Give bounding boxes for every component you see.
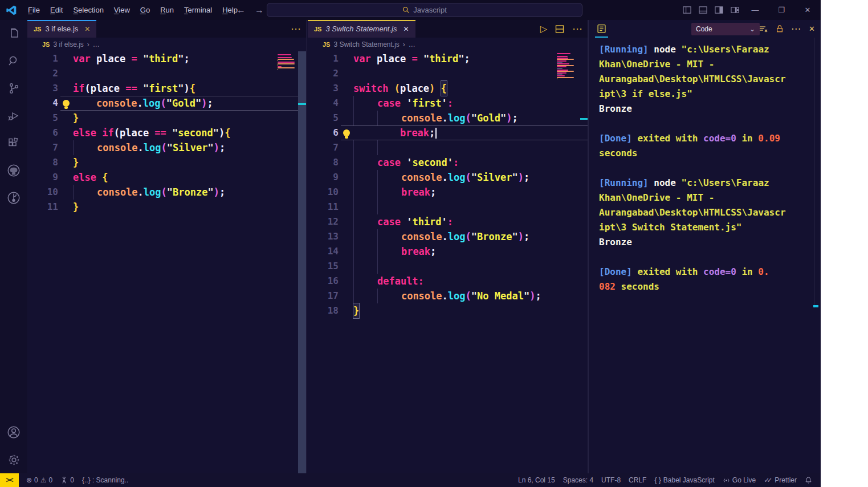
line-content[interactable]: } — [60, 111, 306, 125]
line-content[interactable]: else if(place == "second"){ — [60, 125, 306, 140]
menu-file[interactable]: File — [23, 0, 45, 20]
line-content[interactable]: case 'second': — [341, 155, 588, 170]
menu-terminal[interactable]: Terminal — [179, 0, 217, 20]
run-debug-icon[interactable] — [0, 102, 27, 129]
remote-indicator[interactable]: >< — [0, 473, 19, 487]
breadcrumb-symbol[interactable]: … — [409, 40, 415, 48]
panel-scrollbar[interactable] — [814, 38, 814, 308]
toggle-panel-icon[interactable] — [699, 6, 707, 14]
code-line[interactable]: 1var place = "third"; — [308, 51, 588, 66]
close-button[interactable]: ✕ — [794, 0, 821, 20]
eol-sequence[interactable]: CRLF — [625, 473, 650, 487]
explorer-icon[interactable] — [0, 20, 27, 47]
minimize-button[interactable]: — — [742, 0, 768, 20]
code-line[interactable]: 3switch (place) { — [308, 81, 588, 96]
breadcrumb-right[interactable]: JS 3 Switch Statement.js › … — [308, 38, 588, 51]
line-content[interactable]: console.log("No Medal"); — [341, 289, 588, 303]
output-tab[interactable] — [597, 20, 606, 38]
code-line[interactable]: 8 case 'second': — [308, 155, 588, 170]
line-content[interactable] — [341, 140, 588, 155]
code-line[interactable]: 9else { — [27, 170, 306, 185]
code-line[interactable]: 5} — [27, 111, 306, 125]
line-content[interactable] — [341, 66, 588, 81]
line-content[interactable]: console.log("Bronze"); — [341, 229, 588, 244]
scrollbar-left-editor[interactable] — [298, 51, 306, 473]
menu-go[interactable]: Go — [135, 0, 155, 20]
line-content[interactable]: break; — [341, 185, 588, 200]
code-line[interactable]: 1var place = "third"; — [27, 51, 306, 66]
tab-close-icon[interactable]: ✕ — [84, 25, 90, 33]
source-control-icon[interactable] — [0, 75, 27, 102]
code-line[interactable]: 2 — [308, 66, 588, 81]
line-content[interactable]: console.log("Silver"); — [60, 140, 306, 155]
git-graph-icon[interactable] — [0, 184, 27, 212]
scanning-status[interactable]: {..} : Scanning.. — [78, 473, 132, 487]
breadcrumb-symbol[interactable]: … — [93, 40, 100, 48]
toggle-sidebar-icon[interactable] — [683, 6, 691, 14]
tab-close-icon[interactable]: ✕ — [403, 25, 409, 33]
code-line[interactable]: 6else if(place == "second"){ — [27, 125, 306, 140]
line-content[interactable]: else { — [60, 170, 306, 185]
line-content[interactable]: default: — [341, 274, 588, 289]
customize-layout-icon[interactable] — [731, 6, 739, 14]
line-content[interactable]: case 'first': — [341, 96, 588, 111]
more-actions-icon[interactable]: ⋯ — [791, 23, 801, 35]
split-editor-icon[interactable] — [555, 25, 564, 34]
code-line[interactable]: 13 console.log("Bronze"); — [308, 229, 588, 244]
code-editor-left[interactable]: 1var place = "third";23if(place == "firs… — [27, 51, 306, 473]
output-log[interactable]: [Running] node "c:\Users\FaraazKhan\OneD… — [599, 42, 813, 473]
line-content[interactable]: switch (place) { — [341, 81, 588, 96]
menu-view[interactable]: View — [109, 0, 135, 20]
line-content[interactable] — [341, 259, 588, 274]
close-panel-icon[interactable]: ✕ — [809, 25, 815, 33]
code-line[interactable]: 2 — [27, 66, 306, 81]
lightbulb-icon[interactable] — [341, 129, 353, 136]
menu-run[interactable]: Run — [155, 0, 179, 20]
more-actions-icon[interactable]: ⋯ — [291, 23, 301, 35]
github-icon[interactable] — [0, 157, 27, 184]
output-channel-select[interactable]: Code ⌄ — [691, 23, 760, 35]
code-line[interactable]: 4 console.log("Gold"); — [27, 96, 306, 111]
settings-gear-icon[interactable] — [0, 446, 27, 473]
restore-button[interactable]: ❐ — [768, 0, 794, 20]
notifications-bell[interactable] — [801, 473, 816, 487]
line-content[interactable]: } — [341, 303, 588, 318]
code-line[interactable]: 10 console.log("Bronze"); — [27, 185, 306, 200]
code-line[interactable]: 7 — [308, 140, 588, 155]
code-line[interactable]: 4 case 'first': — [308, 96, 588, 111]
line-content[interactable]: case 'third': — [341, 214, 588, 229]
code-line[interactable]: 11} — [27, 200, 306, 214]
code-line[interactable]: 15 — [308, 259, 588, 274]
code-editor-right[interactable]: 1var place = "third";23switch (place) {4… — [308, 51, 588, 473]
language-mode[interactable]: { } Babel JavaScript — [650, 473, 718, 487]
line-content[interactable]: } — [60, 200, 306, 214]
line-content[interactable]: } — [60, 155, 306, 170]
breadcrumb-file[interactable]: 3 if else.js — [53, 40, 83, 48]
tab-3-switch-statement[interactable]: JS 3 Switch Statement.js ✕ — [308, 20, 415, 38]
line-content[interactable]: break; — [341, 244, 588, 259]
search-sidebar-icon[interactable] — [0, 47, 27, 75]
ports-status[interactable]: 0 — [56, 473, 78, 487]
indentation[interactable]: Spaces: 4 — [559, 473, 597, 487]
toggle-secondary-sidebar-icon[interactable] — [715, 6, 723, 14]
extensions-icon[interactable] — [0, 129, 27, 157]
menu-edit[interactable]: Edit — [45, 0, 68, 20]
lightbulb-icon[interactable] — [60, 100, 73, 107]
code-line[interactable]: 16 default: — [308, 274, 588, 289]
menu-selection[interactable]: Selection — [68, 0, 108, 20]
line-content[interactable]: console.log("Gold"); — [341, 111, 588, 125]
lock-icon[interactable] — [776, 25, 784, 33]
code-line[interactable]: 3if(place == "first"){ — [27, 81, 306, 96]
code-line[interactable]: 7 console.log("Silver"); — [27, 140, 306, 155]
go-live[interactable]: Go Live — [719, 473, 760, 487]
account-icon[interactable] — [0, 419, 27, 446]
cursor-position[interactable]: Ln 6, Col 15 — [514, 473, 559, 487]
current-line[interactable]: console.log("Gold"); — [60, 96, 306, 111]
code-line[interactable]: 9 console.log("Silver"); — [308, 170, 588, 185]
code-line[interactable]: 14 break; — [308, 244, 588, 259]
current-line[interactable]: break; — [341, 125, 588, 140]
run-code-icon[interactable]: ▷ — [540, 23, 547, 34]
line-content[interactable]: var place = "third"; — [60, 51, 306, 66]
tab-3-if-else[interactable]: JS 3 if else.js ✕ — [27, 20, 96, 38]
encoding[interactable]: UTF-8 — [597, 473, 625, 487]
